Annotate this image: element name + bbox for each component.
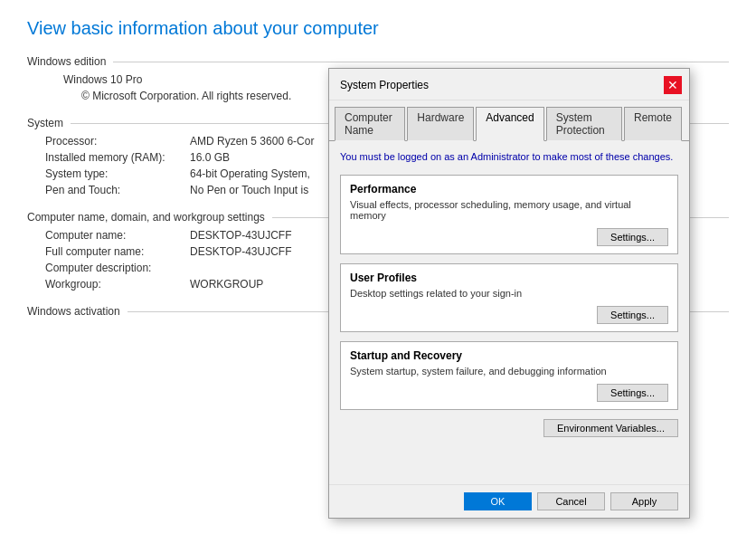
computer-name-bg-label: Computer name: bbox=[45, 229, 190, 242]
system-properties-dialog: System Properties ✕ Computer Name Hardwa… bbox=[328, 68, 690, 519]
startup-recovery-footer: Settings... bbox=[350, 384, 668, 402]
admin-notice: You must be logged on as an Administrato… bbox=[340, 150, 678, 164]
env-vars-row: Environment Variables... bbox=[340, 419, 678, 437]
startup-recovery-title: Startup and Recovery bbox=[350, 349, 668, 362]
page-title: View basic information about your comput… bbox=[27, 18, 729, 39]
apply-button[interactable]: Apply bbox=[610, 492, 678, 510]
tab-advanced[interactable]: Advanced bbox=[476, 107, 543, 141]
user-profiles-settings-button[interactable]: Settings... bbox=[597, 306, 668, 324]
dialog-title: System Properties bbox=[340, 79, 429, 91]
windows-edition-label: Windows edition bbox=[27, 55, 729, 68]
tab-hardware[interactable]: Hardware bbox=[407, 107, 474, 141]
env-vars-button[interactable]: Environment Variables... bbox=[543, 419, 678, 437]
cancel-button[interactable]: Cancel bbox=[537, 492, 605, 510]
tab-content: You must be logged on as an Administrato… bbox=[329, 140, 689, 484]
user-profiles-section: User Profiles Desktop settings related t… bbox=[340, 263, 678, 332]
tab-system-protection[interactable]: System Protection bbox=[546, 107, 622, 141]
tabs-bar: Computer Name Hardware Advanced System P… bbox=[329, 100, 689, 140]
user-profiles-footer: Settings... bbox=[350, 306, 668, 324]
startup-recovery-settings-button[interactable]: Settings... bbox=[597, 384, 668, 402]
performance-desc: Visual effects, processor scheduling, me… bbox=[350, 199, 668, 221]
computer-desc-label: Computer description: bbox=[45, 262, 190, 274]
performance-footer: Settings... bbox=[350, 228, 668, 246]
startup-recovery-section: Startup and Recovery System startup, sys… bbox=[340, 341, 678, 410]
processor-label: Processor: bbox=[45, 135, 190, 148]
startup-recovery-desc: System startup, system failure, and debu… bbox=[350, 366, 668, 377]
user-profiles-title: User Profiles bbox=[350, 272, 668, 284]
performance-title: Performance bbox=[350, 183, 668, 195]
full-computer-name-label: Full computer name: bbox=[45, 245, 190, 258]
performance-section: Performance Visual effects, processor sc… bbox=[340, 175, 678, 254]
close-button[interactable]: ✕ bbox=[664, 76, 682, 94]
system-type-label: System type: bbox=[45, 167, 190, 180]
ram-label: Installed memory (RAM): bbox=[45, 151, 190, 164]
dialog-footer: OK Cancel Apply bbox=[329, 484, 689, 518]
pen-touch-label: Pen and Touch: bbox=[45, 184, 190, 196]
tab-computer-name[interactable]: Computer Name bbox=[335, 107, 405, 141]
ok-button[interactable]: OK bbox=[464, 492, 532, 510]
dialog-titlebar: System Properties ✕ bbox=[329, 69, 689, 100]
user-profiles-desc: Desktop settings related to your sign-in bbox=[350, 288, 668, 299]
tab-remote[interactable]: Remote bbox=[624, 107, 682, 141]
workgroup-label: Workgroup: bbox=[45, 278, 190, 291]
performance-settings-button[interactable]: Settings... bbox=[597, 228, 668, 246]
